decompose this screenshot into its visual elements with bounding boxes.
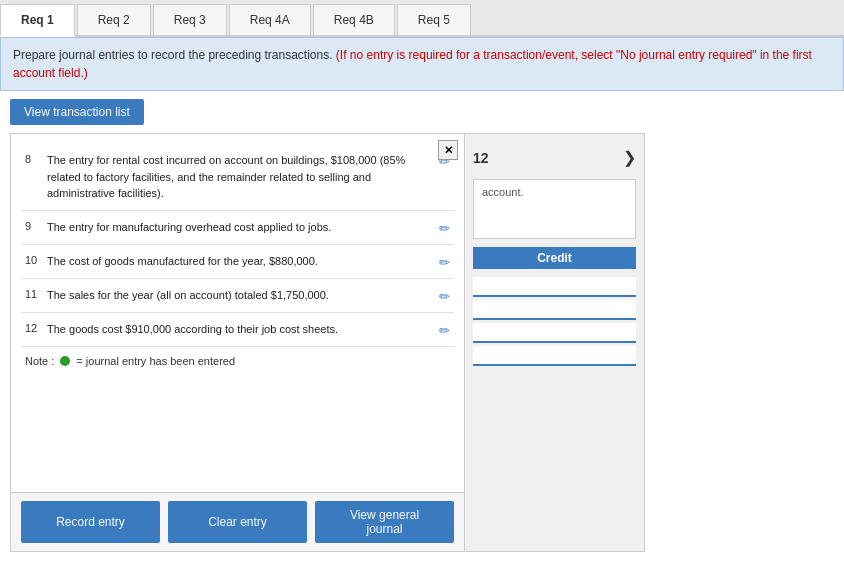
view-general-journal-button[interactable]: View general journal (315, 501, 454, 543)
green-dot-icon (60, 356, 70, 366)
nav-row: 12 ❯ (473, 144, 636, 171)
transaction-item-12: 12 The goods cost $910,000 according to … (21, 313, 454, 347)
account-placeholder-text: account. (482, 186, 524, 198)
transaction-num-9: 9 (25, 219, 41, 232)
view-transaction-list-button[interactable]: View transaction list (10, 99, 144, 125)
edit-icon-12[interactable]: ✏ (439, 321, 450, 338)
edit-icon-10[interactable]: ✏ (439, 253, 450, 270)
transaction-desc-9: The entry for manufacturing overhead cos… (47, 219, 433, 236)
transaction-num-12: 12 (25, 321, 41, 334)
clear-entry-button[interactable]: Clear entry (168, 501, 307, 543)
tab-req3[interactable]: Req 3 (153, 4, 227, 35)
credit-label: Credit (473, 247, 636, 269)
credit-inputs (473, 277, 636, 366)
nav-number: 12 (473, 150, 489, 166)
note-label: Note : (25, 355, 54, 367)
tab-req4a[interactable]: Req 4A (229, 4, 311, 35)
account-box: account. (473, 179, 636, 239)
bottom-buttons: Record entry Clear entry View general jo… (10, 493, 465, 552)
transaction-desc-12: The goods cost $910,000 according to the… (47, 321, 433, 338)
main-content: ✕ 8 The entry for rental cost incurred o… (0, 133, 844, 562)
credit-input-1[interactable] (473, 277, 636, 297)
note-row: Note : = journal entry has been entered (21, 347, 454, 375)
transaction-panel-wrapper: ✕ 8 The entry for rental cost incurred o… (10, 133, 465, 552)
tab-req4b[interactable]: Req 4B (313, 4, 395, 35)
instruction-main: Prepare journal entries to record the pr… (13, 48, 336, 62)
transaction-num-11: 11 (25, 287, 41, 300)
tabs-bar: Req 1 Req 2 Req 3 Req 4A Req 4B Req 5 (0, 0, 844, 37)
instruction-bar: Prepare journal entries to record the pr… (0, 37, 844, 91)
edit-icon-11[interactable]: ✏ (439, 287, 450, 304)
credit-input-4[interactable] (473, 346, 636, 366)
transaction-item-10: 10 The cost of goods manufactured for th… (21, 245, 454, 279)
transaction-panel: ✕ 8 The entry for rental cost incurred o… (10, 133, 465, 493)
credit-input-2[interactable] (473, 300, 636, 320)
transaction-num-8: 8 (25, 152, 41, 165)
close-button[interactable]: ✕ (438, 140, 458, 160)
nav-next-button[interactable]: ❯ (623, 148, 636, 167)
edit-icon-9[interactable]: ✏ (439, 219, 450, 236)
transaction-desc-8: The entry for rental cost incurred on ac… (47, 152, 433, 202)
transaction-item-8: 8 The entry for rental cost incurred on … (21, 144, 454, 211)
transaction-desc-10: The cost of goods manufactured for the y… (47, 253, 433, 270)
note-text: = journal entry has been entered (76, 355, 235, 367)
transaction-desc-11: The sales for the year (all on account) … (47, 287, 433, 304)
tab-req1[interactable]: Req 1 (0, 4, 75, 37)
transaction-num-10: 10 (25, 253, 41, 266)
right-panel: 12 ❯ account. Credit (465, 133, 645, 552)
tab-req2[interactable]: Req 2 (77, 4, 151, 35)
tab-req5[interactable]: Req 5 (397, 4, 471, 35)
credit-input-3[interactable] (473, 323, 636, 343)
record-entry-button[interactable]: Record entry (21, 501, 160, 543)
page-wrapper: Req 1 Req 2 Req 3 Req 4A Req 4B Req 5 Pr… (0, 0, 844, 564)
transaction-item-11: 11 The sales for the year (all on accoun… (21, 279, 454, 313)
transaction-item-9: 9 The entry for manufacturing overhead c… (21, 211, 454, 245)
